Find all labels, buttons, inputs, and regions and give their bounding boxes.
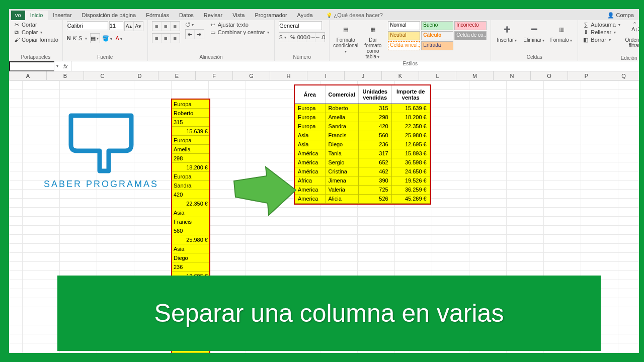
number-format-select[interactable] (279, 21, 322, 30)
target-cell[interactable]: 36.598 € (391, 158, 430, 167)
target-cell[interactable]: Amelia (325, 113, 358, 122)
target-cell[interactable]: Europa (295, 104, 325, 113)
tab-datos[interactable]: Datos (174, 11, 199, 20)
tab-ayuda[interactable]: Ayuda (292, 11, 318, 20)
target-cell[interactable]: 236 (358, 140, 391, 149)
comma-button[interactable]: 000 (297, 33, 306, 42)
font-family-select[interactable] (67, 21, 108, 30)
column-header[interactable]: L (419, 71, 456, 80)
conditional-formatting-button[interactable]: ▤ Formato condicional▾ (334, 21, 358, 54)
target-cell[interactable]: Roberto (325, 104, 358, 113)
table-row[interactable]: EuropaRoberto31515.639 € (295, 104, 430, 113)
table-row[interactable]: EuropaAmelia29818.200 € (295, 113, 430, 122)
source-cell[interactable]: Asia (172, 244, 209, 253)
target-cell[interactable]: 652 (358, 158, 391, 167)
delete-cells-button[interactable]: ➖Eliminar▾ (522, 21, 546, 43)
tab-vista[interactable]: Vista (227, 11, 250, 20)
target-cell[interactable]: 19.526 € (391, 176, 430, 185)
target-cell[interactable]: 390 (358, 176, 391, 185)
target-cell[interactable]: 15.893 € (391, 149, 430, 158)
format-as-table-button[interactable]: ▦ Dar formato como tabla▾ (361, 21, 385, 60)
tab-archivo-cut[interactable]: vo (11, 11, 25, 20)
column-header[interactable]: K (382, 71, 419, 80)
source-cell[interactable]: Francis (172, 217, 209, 226)
indent-decrease-icon[interactable]: ⇤ (186, 30, 195, 39)
target-cell[interactable]: 725 (358, 185, 391, 194)
target-cell[interactable]: 45.269 € (391, 194, 430, 203)
column-header[interactable]: O (531, 71, 568, 80)
source-cell[interactable]: 18.200 € (172, 163, 209, 172)
target-cell[interactable]: Europa (295, 122, 325, 131)
column-header[interactable]: G (233, 71, 270, 80)
source-cell[interactable]: 420 (172, 190, 209, 199)
target-cell[interactable]: 18.200 € (391, 113, 430, 122)
column-header[interactable]: C (84, 71, 121, 80)
indent-increase-icon[interactable]: ⇥ (195, 30, 204, 39)
name-box[interactable] (9, 61, 54, 71)
orientation-button[interactable]: ⭯▾ (185, 21, 204, 27)
column-headers[interactable]: ABCDEFGHIJKLMNOPQ (9, 71, 639, 80)
source-cell[interactable]: Europa (172, 100, 209, 109)
target-cell[interactable]: América (295, 149, 325, 158)
increase-decimal-icon[interactable]: .0→ (306, 33, 315, 42)
target-cell[interactable]: Valeria (325, 185, 358, 194)
increase-font-icon[interactable]: A▴ (125, 22, 134, 31)
table-row[interactable]: AsiaDiego23612.695 € (295, 140, 430, 149)
target-cell[interactable]: Francis (325, 131, 358, 140)
target-cell[interactable]: 315 (358, 104, 391, 113)
target-cell[interactable]: 22.350 € (391, 122, 430, 131)
tab-fórmulas[interactable]: Fórmulas (141, 11, 174, 20)
decrease-font-icon[interactable]: A▾ (134, 22, 143, 31)
style-normal[interactable]: Normal (388, 21, 420, 30)
wrap-text-button[interactable]: ↩Ajustar texto (209, 21, 271, 28)
decrease-decimal-icon[interactable]: ←.0 (315, 33, 325, 42)
source-cell[interactable]: 236 (172, 262, 209, 272)
style-celda-comprobacion[interactable]: Celda de co... (454, 31, 487, 40)
table-row[interactable]: AmericaValeria72536.259 € (295, 185, 430, 194)
target-cell[interactable]: 298 (358, 113, 391, 122)
target-cell[interactable]: Africa (295, 176, 325, 185)
target-cell[interactable]: 317 (358, 149, 391, 158)
align-center-icon[interactable]: ≡ (162, 34, 171, 43)
target-cell[interactable]: Diego (325, 140, 358, 149)
column-header[interactable]: D (121, 71, 158, 80)
source-cell[interactable]: Sandra (172, 181, 209, 190)
target-cell[interactable]: América (295, 167, 325, 176)
target-cell[interactable]: Europa (295, 113, 325, 122)
source-cell[interactable]: Europa (172, 172, 209, 181)
align-top-icon[interactable]: ≡ (152, 22, 162, 31)
cut-button[interactable]: ✂Cortar (13, 21, 58, 28)
copy-button[interactable]: ⧉Copiar▾ (13, 29, 58, 36)
align-bottom-icon[interactable]: ≡ (171, 22, 180, 31)
source-cell[interactable]: 298 (172, 154, 209, 163)
column-header[interactable]: E (158, 71, 196, 80)
target-cell[interactable]: 25.980 € (391, 131, 430, 140)
collapse-ribbon-icon[interactable]: ⌃ (632, 21, 637, 28)
target-cell[interactable]: Jimena (325, 176, 358, 185)
target-cell[interactable]: America (295, 185, 325, 194)
target-cell[interactable]: Cristina (325, 167, 358, 176)
column-header[interactable]: F (196, 71, 233, 80)
align-right-icon[interactable]: ≡ (171, 34, 180, 43)
share-button[interactable]: 👤 Compa (602, 11, 639, 20)
target-cell[interactable]: 15.639 € (391, 104, 430, 113)
target-cell[interactable]: 462 (358, 167, 391, 176)
style-bueno[interactable]: Bueno (421, 21, 453, 30)
target-header[interactable]: Unidades vendidas (358, 85, 391, 104)
source-cell[interactable]: 25.980 € (172, 235, 209, 244)
font-size-select[interactable] (109, 21, 123, 30)
column-header[interactable]: N (494, 71, 531, 80)
tab-inicio[interactable]: Inicio (25, 11, 48, 20)
currency-button[interactable]: $▾ (279, 33, 288, 42)
target-cell[interactable]: Sergio (325, 158, 358, 167)
italic-button[interactable]: K (73, 35, 76, 41)
style-celda-vinculada[interactable]: Celda vincul... (388, 41, 420, 50)
merge-center-button[interactable]: ▭Combinar y centrar▾ (209, 29, 271, 36)
source-cell[interactable]: Europa (172, 136, 209, 145)
target-cell[interactable]: 420 (358, 122, 391, 131)
target-cell[interactable]: 12.695 € (391, 140, 430, 149)
clear-button[interactable]: ◧Borrar▾ (582, 36, 621, 43)
style-neutral[interactable]: Neutral (388, 31, 420, 40)
cell-styles-gallery[interactable]: Normal Bueno Incorrecto Neutral Cálculo … (388, 21, 487, 50)
source-cell[interactable]: Asia (172, 208, 209, 217)
